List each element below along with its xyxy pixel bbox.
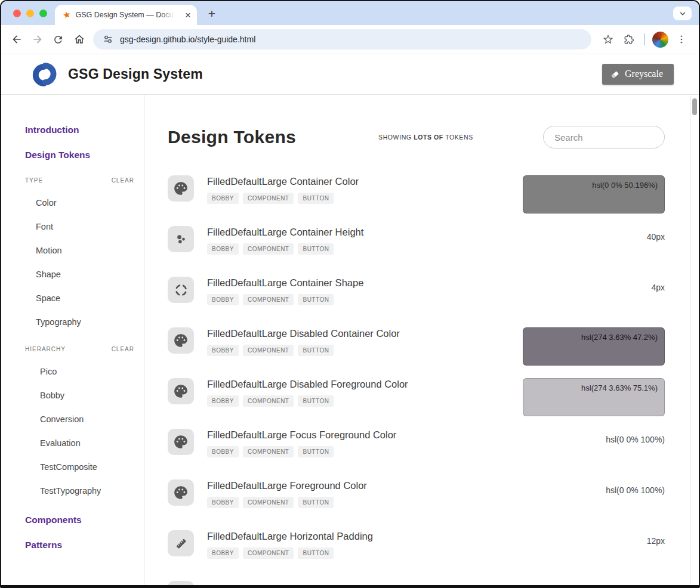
token-name: FilledDefaultLarge Container Color	[207, 176, 359, 187]
token-tag-badge: COMPONENT	[243, 193, 294, 204]
star-outline-icon	[602, 33, 614, 45]
new-tab-button[interactable]: +	[204, 5, 220, 22]
filter-clear-button[interactable]: CLEAR	[112, 346, 134, 352]
filter-option[interactable]: Font	[36, 222, 134, 231]
token-value: hsl(0 0% 100%)	[606, 435, 665, 444]
reload-button[interactable]	[48, 29, 69, 49]
filter-option[interactable]: TestComposite	[40, 462, 134, 472]
palette-icon	[173, 181, 189, 196]
url-text: gsg-design.github.io/style-guide.html	[120, 35, 255, 44]
page-title: Design Tokens	[168, 127, 296, 147]
site-settings-icon	[103, 34, 113, 45]
sidebar-filter-group: HIERARCHY CLEAR Pico Bobby Conversion Ev…	[25, 346, 134, 496]
token-tag-badge: BUTTON	[298, 547, 334, 559]
main-content: Design Tokens SHOWING LOTS OF TOKENS Fil…	[144, 95, 699, 585]
browser-window: ★ GSG Design System — Docun × +	[0, 0, 700, 588]
token-name: FilledDefaultLarge Foreground Color	[207, 480, 367, 491]
maximize-window-button[interactable]	[39, 10, 47, 17]
url-bar[interactable]: gsg-design.github.io/style-guide.html	[93, 29, 591, 49]
gsg-logo-icon	[25, 58, 58, 91]
token-row: FilledDefaultLarge Container Shape BOBBY…	[168, 277, 665, 327]
token-tag-badge: COMPONENT	[243, 547, 294, 559]
token-tag-badge: BUTTON	[298, 446, 334, 457]
filter-option[interactable]: Evaluation	[40, 438, 134, 448]
forward-button[interactable]	[27, 29, 48, 49]
tab-strip: ★ GSG Design System — Docun × +	[1, 1, 699, 25]
greyscale-button[interactable]: Greyscale	[602, 64, 674, 85]
page-header-row: Design Tokens SHOWING LOTS OF TOKENS	[168, 126, 665, 148]
extensions-button[interactable]	[618, 29, 639, 49]
close-window-button[interactable]	[13, 10, 21, 17]
sidebar-nav-link[interactable]: Patterns	[25, 540, 134, 550]
token-icon-tile	[168, 530, 194, 556]
token-tag-badge: BUTTON	[298, 497, 334, 508]
filter-option[interactable]: Bobby	[40, 391, 134, 400]
token-row: FilledDefaultLarge Foreground Color BOBB…	[168, 479, 665, 530]
token-list: FilledDefaultLarge Container Color BOBBY…	[168, 175, 665, 585]
token-tags: BOBBY COMPONENT BUTTON	[207, 497, 367, 508]
toolbar-separator	[644, 33, 645, 45]
token-tags: BOBBY COMPONENT BUTTON	[207, 345, 400, 356]
extensions-puzzle-icon	[623, 33, 635, 45]
sidebar-nav-link[interactable]: Design Tokens	[25, 150, 134, 160]
scrollbar-thumb[interactable]	[692, 98, 697, 115]
token-icon-tile	[168, 327, 194, 354]
token-row: FilledDefaultLarge Disabled Container Co…	[168, 327, 665, 378]
minimize-window-button[interactable]	[26, 10, 34, 17]
token-tags: BOBBY COMPONENT BUTTON	[207, 446, 396, 457]
token-tag-badge: BOBBY	[207, 243, 239, 255]
browser-tab[interactable]: ★ GSG Design System — Docun ×	[55, 5, 197, 25]
palette-icon	[173, 434, 189, 450]
back-arrow-icon	[11, 33, 23, 45]
filter-option[interactable]: Motion	[36, 246, 134, 255]
filter-option[interactable]: Conversion	[40, 414, 134, 424]
token-tags: BOBBY COMPONENT BUTTON	[207, 395, 408, 407]
filter-clear-button[interactable]: CLEAR	[112, 177, 134, 184]
token-icon-tile	[168, 175, 194, 202]
token-icon-tile	[168, 226, 194, 252]
three-dot-menu-icon	[676, 34, 687, 45]
chevron-down-icon	[679, 10, 687, 18]
shape-icon	[174, 283, 189, 298]
bookmark-button[interactable]	[597, 29, 618, 49]
filter-group-heading: HIERARCHY	[25, 346, 66, 352]
profile-avatar[interactable]	[652, 32, 668, 48]
filter-option[interactable]: Color	[36, 198, 134, 208]
token-swatch-label: hsl(274 3.63% 47.2%)	[581, 333, 658, 366]
site-title: GSG Design System	[68, 66, 203, 82]
token-swatch-label: hsl(274 3.63% 75.1%)	[581, 383, 658, 416]
palette-icon	[173, 485, 189, 500]
token-tag-badge: COMPONENT	[243, 446, 294, 457]
eraser-icon	[610, 69, 620, 79]
filter-option[interactable]: Pico	[40, 367, 134, 376]
sidebar-nav-link[interactable]: Introduction	[25, 125, 134, 135]
token-value: 4px	[651, 283, 665, 292]
filter-option[interactable]: Shape	[36, 270, 134, 279]
filter-option[interactable]: Typography	[36, 317, 134, 327]
window-bottom-edge	[1, 585, 699, 588]
home-button[interactable]	[69, 29, 90, 49]
filter-option[interactable]: Space	[36, 293, 134, 303]
search-input[interactable]	[543, 126, 665, 148]
token-tag-badge: BOBBY	[207, 547, 239, 559]
token-tags: BOBBY COMPONENT BUTTON	[207, 243, 363, 255]
forward-arrow-icon	[32, 33, 44, 45]
browser-toolbar: gsg-design.github.io/style-guide.html	[1, 25, 699, 54]
back-button[interactable]	[6, 29, 27, 49]
token-tags: BOBBY COMPONENT BUTTON	[207, 193, 359, 204]
token-icon-tile	[168, 429, 194, 455]
token-color-swatch: hsl(0 0% 50.196%)	[523, 175, 665, 213]
tab-close-icon[interactable]: ×	[185, 10, 191, 20]
token-row: FilledDefaultLarge Container Height BOBB…	[168, 226, 665, 277]
browser-menu-button[interactable]	[671, 29, 692, 49]
token-tags: BOBBY COMPONENT BUTTON	[207, 547, 373, 559]
filter-option[interactable]: TestTypography	[40, 486, 134, 496]
sidebar-filter-groups: TYPE CLEAR Color Font Motion Shape Space…	[25, 177, 134, 496]
sidebar-nav-link[interactable]: Components	[25, 515, 134, 525]
token-tag-badge: BOBBY	[207, 294, 239, 305]
tab-search-button[interactable]	[673, 7, 692, 20]
token-tag-badge: BUTTON	[298, 193, 334, 204]
token-value: hsl(0 0% 100%)	[606, 485, 665, 495]
page-scrollbar[interactable]	[690, 95, 699, 585]
token-tag-badge: BOBBY	[207, 395, 239, 407]
